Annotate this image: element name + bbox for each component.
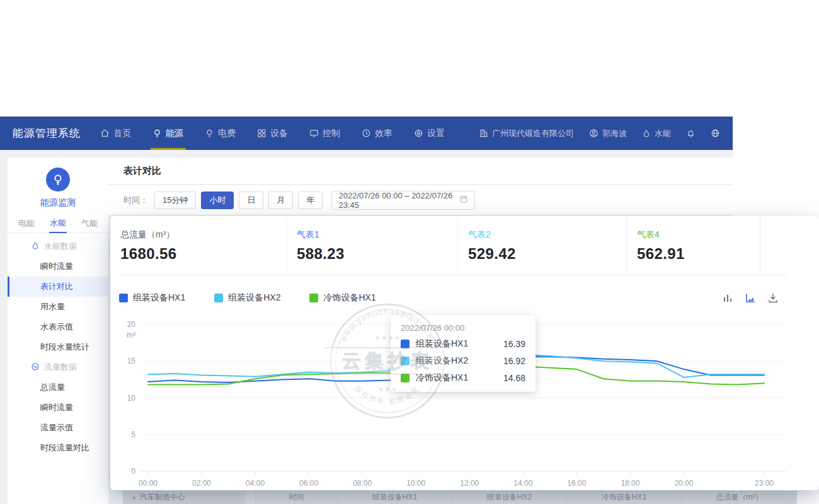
- company-name: 广州现代锻造有限公司: [492, 128, 574, 139]
- tree-caret-icon: ▸: [133, 494, 136, 501]
- nav-item-home[interactable]: 首页: [89, 117, 142, 150]
- svg-text:02:00: 02:00: [192, 479, 211, 488]
- stat-meter-1: 气表1 588.23: [287, 216, 458, 274]
- menu-item-meter-compare[interactable]: 表计对比: [8, 277, 108, 297]
- date-range-value: 2022/07/26 00:00 – 2022/07/26 23:45: [338, 191, 459, 210]
- menu-section-label: 水能数据: [44, 241, 77, 252]
- tree-node-label: 汽车制造中心: [140, 492, 185, 503]
- nav-item-label: 能源: [166, 128, 183, 139]
- legend-swatch: [119, 294, 128, 302]
- chart-toolbar: [722, 292, 779, 306]
- svg-text:0: 0: [131, 467, 135, 476]
- legend-item-hx1[interactable]: 组装设备HX1: [119, 292, 185, 304]
- tooltip-swatch: [401, 357, 410, 365]
- menu-item-instant-flow[interactable]: 瞬时流量: [8, 256, 108, 277]
- nav-item-label: 控制: [323, 128, 340, 139]
- bar-chart-icon[interactable]: [722, 292, 733, 306]
- stat-label: 气表2: [468, 229, 626, 241]
- tab-electric[interactable]: 电能: [18, 214, 35, 232]
- svg-text:08:00: 08:00: [353, 479, 372, 488]
- area-chart-icon[interactable]: [745, 292, 756, 306]
- svg-text:16:00: 16:00: [567, 479, 586, 488]
- stat-meter-4: 气表4 562.91: [627, 216, 760, 274]
- nav-item-efficiency[interactable]: 效率: [351, 117, 403, 150]
- menu-item-instant-flow-2[interactable]: 瞬时流量: [8, 398, 108, 418]
- nav-item-settings[interactable]: 设置: [403, 117, 455, 150]
- tooltip-series-value: 14.68: [503, 373, 525, 383]
- bulb-icon: [205, 129, 214, 138]
- stat-label: 气表4: [637, 229, 760, 241]
- screenshot-stage: 能源管理系统 首页 能源 电费 设备: [0, 0, 819, 504]
- navbar-right: 广州现代锻造有限公司 郭海波 水能: [479, 128, 720, 139]
- nav-item-label: 首页: [113, 128, 131, 139]
- stat-value: 562.91: [637, 245, 760, 263]
- nav-item-electricity-fee[interactable]: 电费: [194, 117, 246, 150]
- user-name: 郭海波: [602, 128, 627, 139]
- date-range-input[interactable]: 2022/07/26 00:00 – 2022/07/26 23:45: [331, 191, 475, 210]
- user-icon: [589, 129, 598, 138]
- tree-node-factory[interactable]: ▸ 汽车制造中心: [123, 491, 246, 504]
- legend-swatch: [214, 294, 223, 302]
- nav-item-label: 效率: [375, 128, 392, 139]
- tooltip-series-label: 冷饰设备HX1: [416, 372, 468, 384]
- svg-text:00:00: 00:00: [139, 479, 158, 488]
- tooltip-swatch: [401, 374, 410, 382]
- svg-text:12:00: 12:00: [460, 479, 479, 488]
- menu-item-meter-reading[interactable]: 水表示值: [8, 317, 108, 337]
- legend-swatch: [309, 294, 318, 302]
- legend-label: 冷饰设备HX1: [323, 292, 375, 304]
- svg-text:14:00: 14:00: [513, 479, 532, 488]
- menu-section-water-data: 水能数据: [8, 236, 108, 256]
- company-selector[interactable]: 广州现代锻造有限公司: [479, 128, 574, 139]
- tooltip-swatch: [401, 340, 410, 348]
- menu-item-flow-reading[interactable]: 流量示值: [8, 418, 108, 438]
- user-menu[interactable]: 郭海波: [589, 128, 627, 139]
- clock-icon: [362, 129, 371, 138]
- menu-item-period-flow-compare[interactable]: 时段流量对比: [8, 438, 108, 458]
- stat-value: 529.42: [468, 245, 626, 263]
- bulb-icon: [152, 129, 162, 138]
- energy-mode-selector[interactable]: 水能: [642, 128, 671, 139]
- gear-icon: [414, 129, 423, 138]
- granularity-day-button[interactable]: 日: [239, 192, 263, 209]
- menu-item-total-flow[interactable]: 总流量: [8, 377, 108, 398]
- stat-label: 总流量（m³）: [120, 229, 286, 241]
- water-drop-icon: [31, 241, 40, 252]
- nav-item-control[interactable]: 控制: [299, 117, 351, 150]
- granularity-15min-button[interactable]: 15分钟: [154, 192, 196, 209]
- sidebar: 能源监测 电能 水能 气能 水能数据 瞬时流量 表计对比 用水量 水表示值 时段…: [8, 158, 108, 504]
- granularity-hour-button[interactable]: 小时: [201, 192, 234, 209]
- menu-section-flow-data: 流量数据: [8, 357, 108, 377]
- granularity-year-button[interactable]: 年: [298, 192, 323, 209]
- nav-item-energy[interactable]: 能源: [142, 117, 194, 150]
- svg-text:20: 20: [127, 320, 136, 329]
- menu-section-label: 流量数据: [44, 362, 77, 373]
- tab-water[interactable]: 水能: [49, 214, 67, 233]
- stat-label: 气表1: [297, 229, 457, 241]
- bell-icon[interactable]: [686, 129, 696, 138]
- legend-label: 组装设备HX1: [133, 292, 185, 304]
- nav-item-devices[interactable]: 设备: [246, 117, 299, 150]
- active-nav-underline: [151, 148, 186, 150]
- legend-item-cooler[interactable]: 冷饰设备HX1: [309, 292, 375, 304]
- time-filter-row: 时间： 15分钟 小时 日 月 年 2022/07/26 00:00 – 202…: [108, 185, 733, 215]
- tab-gas[interactable]: 气能: [81, 214, 98, 232]
- svg-text:06:00: 06:00: [299, 479, 318, 488]
- tooltip-series-label: 组装设备HX1: [416, 338, 468, 350]
- home-icon: [100, 129, 110, 138]
- meter-compare-card: 总流量（m³） 1680.56 气表1 588.23 气表2 529.42 气表…: [110, 216, 819, 490]
- calendar-icon: [459, 195, 468, 205]
- tooltip-row: 组装设备HX2 16.92: [401, 355, 525, 367]
- download-icon[interactable]: [767, 292, 779, 306]
- svg-text:18:00: 18:00: [621, 479, 639, 488]
- menu-item-water-usage[interactable]: 用水量: [8, 297, 108, 317]
- menu-item-period-water-stats[interactable]: 时段水量统计: [8, 337, 108, 357]
- tooltip-timestamp: 2022/07/26 00:00: [401, 323, 525, 333]
- table-header-time: 时间: [255, 491, 337, 504]
- svg-text:20:00: 20:00: [674, 479, 693, 488]
- granularity-month-button[interactable]: 月: [268, 192, 293, 209]
- legend-item-hx2[interactable]: 组装设备HX2: [214, 292, 280, 304]
- stats-filler: [760, 216, 819, 274]
- table-header-total: 总流量（m³）: [681, 491, 797, 504]
- globe-icon[interactable]: [711, 129, 720, 138]
